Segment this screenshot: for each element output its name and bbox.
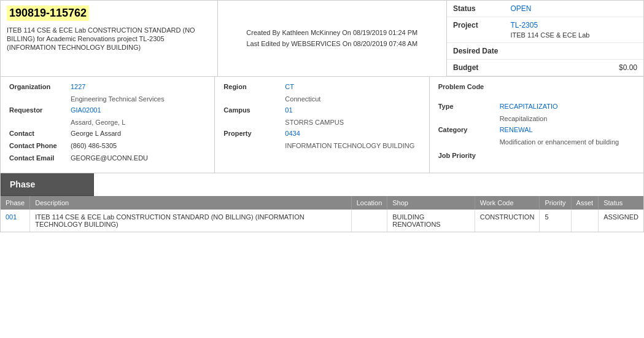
campus-value[interactable]: 01 [285, 106, 292, 114]
cell-location [351, 210, 387, 232]
cell-shop: BUILDING RENOVATIONS [387, 210, 475, 232]
region-label: Region [223, 83, 285, 90]
status-panel: Status OPEN Project TL-2305 ITEB 114 CSE… [447, 1, 643, 76]
contact-label: Contact [9, 130, 71, 137]
col-description: Description [30, 196, 351, 210]
table-row: 001 ITEB 114 CSE & ECE Lab CONSTRUCTION … [1, 210, 643, 232]
project-sub: ITEB 114 CSE & ECE Lab [510, 31, 637, 39]
col-phase: Phase [1, 196, 30, 210]
desired-date-label: Desired Date [447, 43, 504, 60]
header-section: 190819-115762 ITEB 114 CSE & ECE Lab CON… [0, 0, 644, 77]
contact-phone-label: Contact Phone [9, 142, 71, 149]
details-col-problem: Problem Code Type RECAPITALIZATIO Recapi… [430, 77, 643, 173]
created-by-text: Created By Kathleen McKinney On 08/19/20… [224, 28, 441, 39]
cell-work-code: CONSTRUCTION [475, 210, 540, 232]
contact-email-value: GEORGE@UCONN.EDU [71, 154, 148, 162]
status-row: Status OPEN [447, 1, 643, 17]
project-row: Project TL-2305 ITEB 114 CSE & ECE Lab [447, 17, 643, 43]
contact-phone-value: (860) 486-5305 [71, 142, 117, 149]
type-value[interactable]: RECAPITALIZATIO [500, 103, 558, 110]
org-row: Organization 1227 [9, 83, 206, 90]
status-table: Status OPEN Project TL-2305 ITEB 114 CSE… [447, 1, 643, 76]
requestor-label: Requestor [9, 106, 71, 114]
requestor-value[interactable]: GIA02001 [71, 106, 101, 114]
org-value[interactable]: 1227 [71, 83, 85, 90]
problem-code-row: Problem Code [438, 83, 635, 90]
header-meta: Created By Kathleen McKinney On 08/19/20… [218, 1, 448, 76]
last-edited-text: Last Edited by WEBSERVICES On 08/20/2019… [224, 39, 441, 50]
project-value[interactable]: TL-2305 [510, 21, 538, 29]
org-label: Organization [9, 83, 71, 90]
campus-label: Campus [223, 106, 285, 114]
contact-value: George L Assard [71, 130, 121, 137]
header-desc-row: ITEB 114 CSE & ECE Lab CONSTRUCTION STAN… [1, 23, 217, 57]
cell-asset [571, 210, 599, 232]
budget-label: Budget [447, 60, 504, 76]
header-id-row: 190819-115762 [1, 1, 217, 23]
region-sub: Connecticut [285, 95, 420, 103]
project-label: Project [447, 17, 504, 43]
col-work-code: Work Code [475, 196, 540, 210]
header-left-block: 190819-115762 ITEB 114 CSE & ECE Lab CON… [1, 1, 218, 76]
region-row: Region CT [223, 83, 420, 90]
col-asset: Asset [571, 196, 599, 210]
budget-value: $0.00 [504, 60, 643, 76]
contact-row: Contact George L Assard [9, 130, 206, 137]
phase-table-header-row: Phase Description Location Shop Work Cod… [1, 196, 643, 210]
requestor-sub: Assard, George, L [71, 119, 206, 126]
type-row: Type RECAPITALIZATIO [438, 103, 635, 110]
property-row: Property 0434 [223, 130, 420, 137]
job-priority-row: Job Priority [438, 152, 635, 159]
col-status: Status [599, 196, 643, 210]
phase-table: Phase Description Location Shop Work Cod… [1, 196, 643, 232]
phase-header: Phase [1, 173, 94, 196]
details-col-region: Region CT Connecticut Campus 01 STORRS C… [215, 77, 429, 173]
col-location: Location [351, 196, 387, 210]
property-label: Property [223, 130, 285, 137]
budget-row: Budget $0.00 [447, 60, 643, 76]
status-value[interactable]: OPEN [510, 4, 531, 13]
cell-priority: 5 [540, 210, 571, 232]
phase-header-wrapper: Phase [0, 173, 644, 196]
property-sub: INFORMATION TECHNOLOGY BUILDING [285, 142, 420, 149]
contact-phone-row: Contact Phone (860) 486-5305 [9, 142, 206, 149]
cell-status: ASSIGNED [599, 210, 643, 232]
desired-date-row: Desired Date [447, 43, 643, 60]
type-label: Type [438, 103, 500, 110]
org-sub: Engineering Technical Services [71, 95, 206, 103]
work-order-id: 190819-115762 [7, 6, 89, 21]
contact-email-label: Contact Email [9, 154, 71, 162]
status-label: Status [447, 1, 504, 17]
col-priority: Priority [540, 196, 571, 210]
category-label: Category [438, 126, 500, 133]
property-value[interactable]: 0434 [285, 130, 300, 137]
requestor-row: Requestor GIA02001 [9, 106, 206, 114]
phase-table-section: Phase Description Location Shop Work Cod… [0, 196, 644, 232]
header-description: ITEB 114 CSE & ECE Lab CONSTRUCTION STAN… [7, 26, 195, 51]
job-priority-label: Job Priority [438, 152, 500, 159]
cell-phase[interactable]: 001 [1, 210, 30, 232]
col-shop: Shop [387, 196, 475, 210]
campus-row: Campus 01 [223, 106, 420, 114]
details-section: Organization 1227 Engineering Technical … [0, 77, 644, 173]
category-sub: Modification or enhancement of building [500, 138, 635, 146]
region-value[interactable]: CT [285, 83, 294, 90]
desired-date-value [504, 43, 643, 60]
contact-email-row: Contact Email GEORGE@UCONN.EDU [9, 154, 206, 162]
category-row: Category RENEWAL [438, 126, 635, 133]
type-sub: Recapitalization [500, 115, 635, 122]
campus-sub: STORRS CAMPUS [285, 119, 420, 126]
problem-code-label: Problem Code [438, 83, 500, 90]
category-value[interactable]: RENEWAL [500, 126, 533, 133]
details-col-org: Organization 1227 Engineering Technical … [1, 77, 215, 173]
cell-description: ITEB 114 CSE & ECE Lab CONSTRUCTION STAN… [30, 210, 351, 232]
